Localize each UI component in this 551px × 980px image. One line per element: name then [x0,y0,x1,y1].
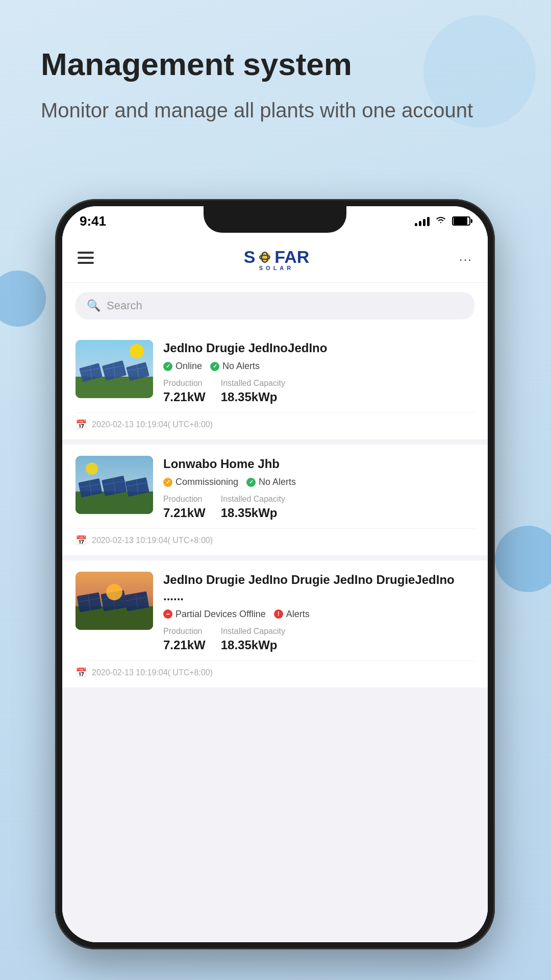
production-metric: Production 7.21kW [163,379,206,404]
production-label: Production [163,495,206,504]
alert-badge: No Alerts [246,477,296,487]
status-icons [415,215,470,228]
wifi-icon [435,215,447,228]
phone-screen: 9:41 [62,206,488,942]
capacity-metric: Installed Capacity 18.35kWp [221,495,285,520]
signal-icon [415,216,430,226]
production-value: 7.21kW [163,390,206,404]
search-icon: 🔍 [87,299,101,312]
page-subtitle: Monitor and manage all plants with one a… [41,96,510,124]
timestamp: 2020-02-13 10:19:04( UTC+8:00) [92,420,213,429]
commissioning-status-label: Commissioning [176,477,238,487]
svg-point-41 [106,584,122,600]
page-title: Management system [41,46,510,82]
plant-card-footer: 📅 2020-02-13 10:19:04( UTC+8:00) [76,412,474,430]
online-status-label: Online [176,361,202,372]
svg-point-17 [130,344,144,358]
commissioning-status-dot [163,478,172,487]
plant-name: JedIno Drugie JedInoJedIno [163,340,474,356]
calendar-icon: 📅 [76,535,87,546]
capacity-label: Installed Capacity [221,495,285,504]
production-label: Production [163,627,206,636]
plant-status-row: Online No Alerts [163,361,474,372]
offline-status-dot [163,609,172,619]
plant-thumbnail [76,572,153,630]
decorative-circle-left [0,271,46,327]
capacity-value: 18.35kWp [221,390,285,404]
calendar-icon: 📅 [76,419,87,430]
production-metric: Production 7.21kW [163,627,206,652]
plant-card[interactable]: JedIno Drugie JedInoJedIno Online No Ale… [62,329,488,439]
plant-metrics: Production 7.21kW Installed Capacity 18.… [163,627,474,652]
production-value: 7.21kW [163,638,206,652]
production-label: Production [163,379,206,388]
plant-card[interactable]: Lonwabo Home Jhb Commissioning No Alerts [62,445,488,555]
plant-status-row: Commissioning No Alerts [163,477,474,487]
plant-name: Lonwabo Home Jhb [163,456,474,472]
capacity-metric: Installed Capacity 18.35kWp [221,627,285,652]
capacity-metric: Installed Capacity 18.35kWp [221,379,285,404]
svg-rect-1 [78,257,94,259]
phone-notch [204,206,346,233]
commissioning-status-badge: Commissioning [163,477,238,487]
plant-list: JedIno Drugie JedInoJedIno Online No Ale… [62,329,488,942]
plant-name: JedIno Drugie JedIno Drugie JedIno Drugi… [163,572,474,603]
plant-metrics: Production 7.21kW Installed Capacity 18.… [163,379,474,404]
plant-card-footer: 📅 2020-02-13 10:19:04( UTC+8:00) [76,528,474,546]
timestamp: 2020-02-13 10:19:04( UTC+8:00) [92,668,213,677]
capacity-value: 18.35kWp [221,638,285,652]
more-options-icon[interactable]: ··· [459,252,472,266]
phone-frame: 9:41 [55,199,495,949]
capacity-label: Installed Capacity [221,379,285,388]
no-alerts-icon [210,362,219,371]
svg-point-29 [86,462,98,475]
page-header: Management system Monitor and manage all… [41,46,510,124]
calendar-icon: 📅 [76,667,87,678]
plant-metrics: Production 7.21kW Installed Capacity 18.… [163,495,474,520]
logo-icon [257,250,272,265]
logo-sub: SOLAR [259,265,294,271]
production-value: 7.21kW [163,506,206,520]
no-alerts-icon [246,478,256,487]
production-metric: Production 7.21kW [163,495,206,520]
svg-rect-2 [78,262,94,264]
alert-label: Alerts [286,609,310,620]
list-footer-space [62,693,488,774]
plant-thumbnail [76,456,153,514]
capacity-value: 18.35kWp [221,506,285,520]
app-header: S FAR SOLAR ··· [62,236,488,283]
search-bar[interactable]: 🔍 Search [76,292,474,320]
search-placeholder: Search [107,299,142,312]
capacity-label: Installed Capacity [221,627,285,636]
online-status-dot [163,362,172,371]
timestamp: 2020-02-13 10:19:04( UTC+8:00) [92,536,213,545]
battery-icon [452,216,470,226]
alert-label: No Alerts [259,477,296,487]
online-status-badge: Online [163,361,202,372]
plant-card-footer: 📅 2020-02-13 10:19:04( UTC+8:00) [76,660,474,678]
plant-thumbnail [76,340,153,398]
app-content: S FAR SOLAR ··· 🔍 Search [62,236,488,942]
alert-badge: Alerts [274,609,310,620]
alert-label: No Alerts [222,361,260,372]
decorative-circle-right-bottom [495,526,551,592]
offline-status-badge: Partial Devices Offline [163,609,266,620]
svg-rect-0 [78,252,94,254]
alerts-icon [274,609,283,619]
app-logo: S FAR SOLAR [244,247,310,271]
plant-status-row: Partial Devices Offline Alerts [163,609,474,620]
status-time: 9:41 [80,213,106,229]
offline-status-label: Partial Devices Offline [176,609,266,620]
menu-icon[interactable] [78,251,94,267]
alert-badge: No Alerts [210,361,260,372]
plant-card[interactable]: JedIno Drugie JedIno Drugie JedIno Drugi… [62,560,488,687]
